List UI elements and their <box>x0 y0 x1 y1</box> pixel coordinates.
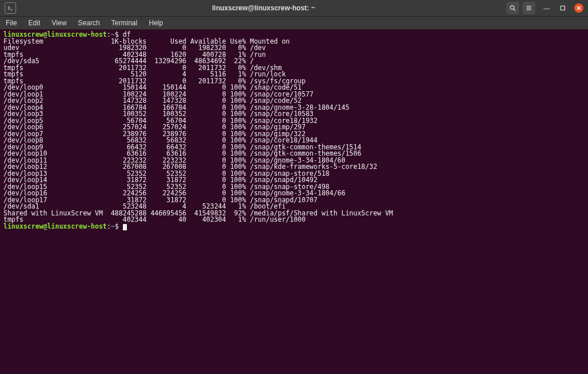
terminal-app-icon <box>5 2 16 14</box>
search-button[interactable] <box>506 2 519 14</box>
menu-edit[interactable]: Edit <box>26 18 42 28</box>
menu-help[interactable]: Help <box>146 18 165 28</box>
menu-view[interactable]: View <box>49 18 69 28</box>
menu-file[interactable]: File <box>3 18 19 28</box>
svg-point-1 <box>510 6 514 9</box>
maximize-button[interactable] <box>558 3 567 13</box>
terminal-viewport[interactable]: linuxscrew@linuxscrew-host:~$ df Filesys… <box>0 29 588 374</box>
close-button[interactable] <box>574 3 583 13</box>
svg-rect-6 <box>561 6 565 10</box>
menu-terminal[interactable]: Terminal <box>109 18 140 28</box>
menubar: File Edit View Search Terminal Help <box>0 16 588 29</box>
window-titlebar: linuxscrew@linuxscrew-host: ~ — <box>0 0 588 16</box>
window-title: linuxscrew@linuxscrew-host: ~ <box>21 4 506 12</box>
menu-button[interactable] <box>523 2 535 14</box>
minimize-button[interactable]: — <box>542 3 551 13</box>
svg-line-2 <box>514 9 516 11</box>
menu-search[interactable]: Search <box>76 18 102 28</box>
cursor <box>123 224 127 230</box>
